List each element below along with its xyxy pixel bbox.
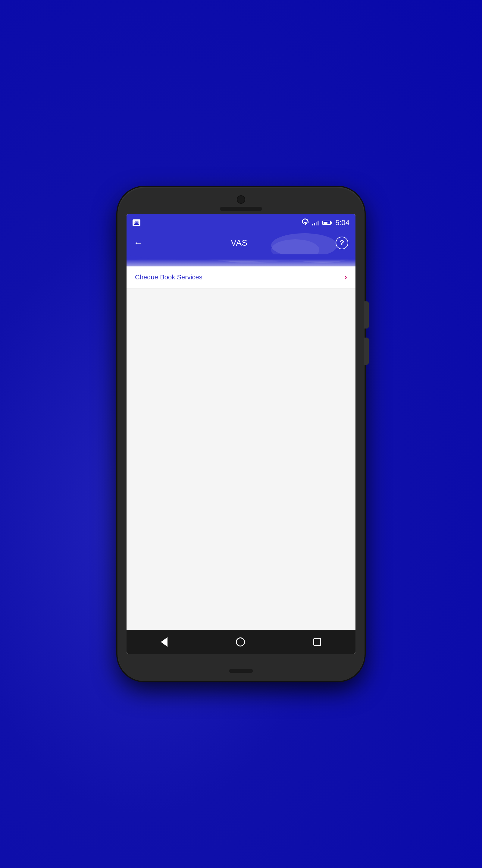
content-area: Cheque Book Services › xyxy=(127,267,355,630)
signal-bar-4 xyxy=(318,221,319,225)
status-right: 5:04 xyxy=(302,218,349,227)
status-left xyxy=(133,219,140,226)
signal-bar-1 xyxy=(312,224,313,225)
phone-camera xyxy=(237,195,245,204)
battery-icon xyxy=(322,221,332,225)
header-title: VAS xyxy=(231,238,247,248)
phone-wrapper: 5:04 ← VAS ? Cheque Book Service xyxy=(118,187,364,681)
phone-speaker xyxy=(220,207,262,211)
battery-body xyxy=(322,221,331,225)
nav-home-icon xyxy=(236,638,245,647)
wave-area xyxy=(127,254,355,267)
notification-icon xyxy=(133,219,140,226)
status-bar: 5:04 xyxy=(127,214,355,231)
wifi-dot xyxy=(304,223,306,225)
list-item-cheque-book[interactable]: Cheque Book Services › xyxy=(127,267,355,288)
nav-back-button[interactable] xyxy=(152,634,176,650)
nav-bar xyxy=(127,630,355,654)
signal-icon xyxy=(312,220,319,225)
nav-recents-button[interactable] xyxy=(304,635,330,649)
phone-screen: 5:04 ← VAS ? Cheque Book Service xyxy=(127,214,355,654)
signal-bar-3 xyxy=(316,222,317,225)
phone-mic xyxy=(229,669,253,673)
battery-tip xyxy=(331,221,332,224)
status-time: 5:04 xyxy=(335,218,349,227)
wave-svg xyxy=(127,254,355,267)
cheque-book-chevron: › xyxy=(345,273,347,281)
cheque-book-label: Cheque Book Services xyxy=(135,273,202,281)
phone-body: 5:04 ← VAS ? Cheque Book Service xyxy=(118,187,364,681)
back-button[interactable]: ← xyxy=(134,238,143,248)
phone-top-area xyxy=(220,195,262,211)
signal-bar-2 xyxy=(314,223,315,225)
wifi-icon xyxy=(302,218,309,227)
battery-fill xyxy=(324,222,327,224)
notification-icon-inner xyxy=(134,221,139,225)
nav-back-icon xyxy=(161,637,167,647)
help-button[interactable]: ? xyxy=(335,237,348,249)
app-header: ← VAS ? xyxy=(127,231,355,254)
nav-recents-icon xyxy=(313,638,321,646)
nav-home-button[interactable] xyxy=(227,634,254,650)
